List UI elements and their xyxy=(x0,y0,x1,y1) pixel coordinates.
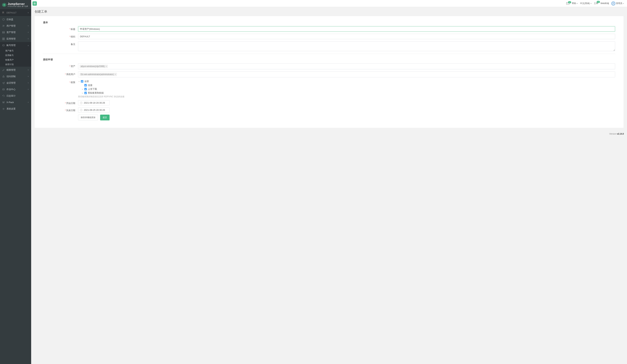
tasks-icon xyxy=(2,88,5,91)
sidebar-toggle-button[interactable] xyxy=(33,1,37,6)
svg-point-15 xyxy=(2,102,3,102)
mail-button[interactable]: 13 xyxy=(566,2,570,5)
tag-remove-icon[interactable]: × xyxy=(106,65,107,67)
scope-selector[interactable]: DEFAULT ▾ xyxy=(0,9,31,16)
svg-point-12 xyxy=(3,45,3,46)
submit-button[interactable]: 提交 xyxy=(100,115,109,120)
mail-badge: 13 xyxy=(568,1,571,3)
sysuser-tag: f2c-win-administrator(administrator) × xyxy=(80,73,117,76)
perm-tree: ▾ 全部 连接 ▸ xyxy=(78,79,615,95)
label-end: 失效日期 xyxy=(66,109,75,112)
tree-expand-icon[interactable]: ▸ xyxy=(82,92,83,94)
chevron-down-icon: ▾ xyxy=(27,38,29,40)
chevron-down-icon: ▾ xyxy=(27,75,29,78)
checkbox[interactable] xyxy=(84,92,87,94)
perm-node[interactable]: ▸ 上传下载 xyxy=(82,88,615,91)
nav-item-send[interactable]: 会话管理▾ xyxy=(0,80,31,86)
nav-label: 系统设置 xyxy=(6,107,29,110)
chevron-up-icon: ▴ xyxy=(27,44,29,47)
nav-label: 账号管理 xyxy=(6,44,26,47)
perm-node-root[interactable]: ▾ 全部 xyxy=(78,80,615,83)
sysuser-select[interactable]: f2c-win-administrator(administrator) × xyxy=(78,71,615,77)
start-date-value: 2021-09-18 20:30:26 xyxy=(84,102,105,104)
svg-rect-9 xyxy=(2,39,3,40)
nav: DEFAULT ▾ 仪表盘用户管理▾资产管理▾应用管理▾账号管理▴资产账号应用账… xyxy=(0,9,31,112)
perm-node[interactable]: ▸ 剪贴板复制粘贴 xyxy=(82,91,615,95)
history-icon xyxy=(2,95,5,97)
asset-tag-label: aliyun-windows(rdp/3389) xyxy=(81,65,105,67)
start-date-input[interactable]: 2021-09-18 20:30:26 xyxy=(78,100,109,105)
nav-label: 访问控制 xyxy=(6,75,26,78)
nav-item-edit[interactable]: 权限管理▾ xyxy=(0,67,31,73)
lock-icon xyxy=(2,75,5,78)
tickets-button[interactable]: 工单 12 xyxy=(594,2,598,5)
title-input[interactable] xyxy=(78,26,615,32)
help-menu[interactable]: 帮助 ▾ xyxy=(572,2,578,5)
nav-item-dashboard[interactable]: 仪表盘 xyxy=(0,16,31,23)
svg-point-17 xyxy=(4,102,4,102)
panel: 基本 *标题 *组织 备注 xyxy=(35,16,624,128)
checkbox[interactable] xyxy=(81,80,83,83)
nav-label: 仪表盘 xyxy=(6,18,29,21)
nav-item-tasks[interactable]: 作业中心▾ xyxy=(0,86,31,93)
perm-node[interactable]: 连接 xyxy=(82,84,615,87)
chevron-down-icon: ▾ xyxy=(27,31,29,34)
tree-expand-icon[interactable]: ▸ xyxy=(82,88,83,90)
chevron-down-icon: ▾ xyxy=(623,2,624,4)
lang-label: 中文(简体) xyxy=(580,2,590,5)
nav-label: X-Pack xyxy=(6,101,26,104)
nav-label: 应用管理 xyxy=(6,37,26,40)
org-select[interactable] xyxy=(78,34,615,39)
user-label: 管理员 xyxy=(616,2,622,5)
chevron-down-icon: ▾ xyxy=(27,11,29,14)
page-title: 创建工单 xyxy=(31,7,627,16)
chevron-down-icon: ▾ xyxy=(27,82,29,84)
cogs-icon xyxy=(2,107,5,110)
asset-select[interactable]: aliyun-windows(rdp/3389) × xyxy=(78,63,615,69)
nav-label: 日志审计 xyxy=(6,94,29,98)
web-terminal-label: Web终端 xyxy=(601,2,609,5)
save-and-continue-button[interactable]: 保存并继续添加 xyxy=(78,115,98,120)
svg-marker-1 xyxy=(3,4,5,6)
label-title: 标题 xyxy=(71,28,75,30)
nav-label: 作业中心 xyxy=(6,88,26,91)
menu-icon xyxy=(34,3,36,4)
nav-item-history[interactable]: 日志审计 xyxy=(0,93,31,99)
subnav-item[interactable]: 改密计划 xyxy=(0,62,31,67)
topbar: 13 帮助 ▾ 中文(简体) ▾ 工单 12 Web终端 管理员 xyxy=(31,0,627,7)
users-icon xyxy=(2,24,5,27)
chevron-down-icon: ▾ xyxy=(27,24,29,27)
nav-item-grid[interactable]: 应用管理▾ xyxy=(0,36,31,42)
nav-item-sliders[interactable]: X-Pack▾ xyxy=(0,99,31,105)
clock-icon xyxy=(80,102,82,104)
svg-rect-5 xyxy=(2,32,4,32)
label-note: 备注 xyxy=(71,43,75,46)
nav-item-server[interactable]: 资产管理▾ xyxy=(0,29,31,36)
nav-item-cogs[interactable]: 系统设置 xyxy=(0,105,31,112)
svg-rect-11 xyxy=(3,45,4,46)
nav-item-users[interactable]: 用户管理▾ xyxy=(0,23,31,29)
user-menu[interactable]: 管理员 ▾ xyxy=(611,1,624,5)
language-menu[interactable]: 中文(简体) ▾ xyxy=(580,2,591,5)
label-start: 开始日期 xyxy=(66,102,75,104)
svg-rect-8 xyxy=(4,38,4,39)
checkbox[interactable] xyxy=(84,88,87,90)
section-auth: 授权申请 xyxy=(43,57,615,62)
nav-item-lock[interactable]: 访问控制▾ xyxy=(0,73,31,80)
tree-collapse-icon[interactable]: ▾ xyxy=(78,81,80,82)
checkbox[interactable] xyxy=(84,84,87,86)
svg-rect-7 xyxy=(2,38,3,39)
tag-remove-icon[interactable]: × xyxy=(115,73,116,75)
bookmark-icon xyxy=(2,11,4,14)
asset-tag: aliyun-windows(rdp/3389) × xyxy=(80,65,108,68)
nav-item-key[interactable]: 账号管理▴ xyxy=(0,42,31,49)
end-date-input[interactable]: 2021-09-25 20:30:26 xyxy=(78,107,109,112)
help-label: 帮助 xyxy=(572,2,576,5)
brand-sub: FIT2CLOUD飞致云 旗下品牌 xyxy=(8,6,28,7)
note-textarea[interactable] xyxy=(78,41,615,51)
subnav-item[interactable]: 资产账号 xyxy=(0,49,31,53)
subnav-item[interactable]: 收集用户 xyxy=(0,57,31,62)
subnav-item[interactable]: 应用账号 xyxy=(0,53,31,57)
chevron-down-icon: ▾ xyxy=(27,88,29,91)
web-terminal-button[interactable]: Web终端 xyxy=(601,2,609,5)
